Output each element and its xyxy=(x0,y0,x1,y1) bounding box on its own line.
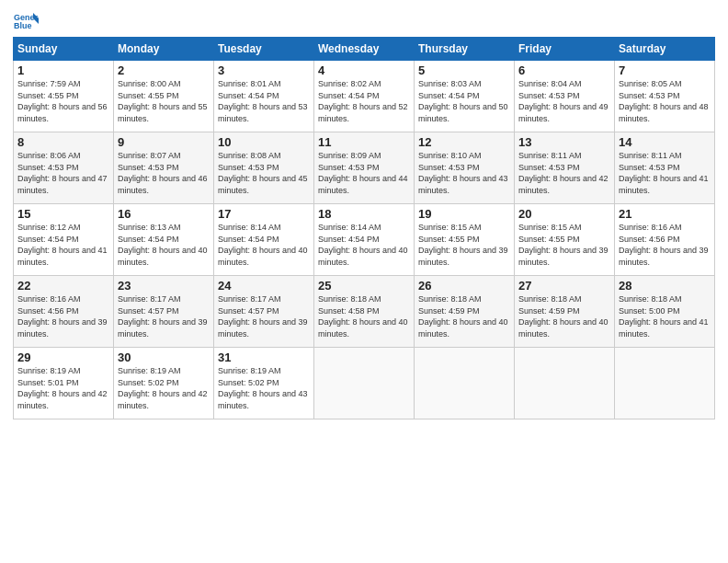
day-number: 14 xyxy=(619,135,711,149)
calendar-cell: 18Sunrise: 8:14 AMSunset: 4:54 PMDayligh… xyxy=(314,204,415,276)
calendar-week-1: 1Sunrise: 7:59 AMSunset: 4:55 PMDaylight… xyxy=(14,61,715,132)
day-number: 7 xyxy=(619,63,711,77)
day-info: Sunrise: 8:16 AMSunset: 4:56 PMDaylight:… xyxy=(17,293,109,339)
day-number: 21 xyxy=(619,207,711,221)
calendar-cell: 28Sunrise: 8:18 AMSunset: 5:00 PMDayligh… xyxy=(615,276,715,348)
calendar-cell: 24Sunrise: 8:17 AMSunset: 4:57 PMDayligh… xyxy=(214,276,314,348)
day-info: Sunrise: 8:18 AMSunset: 4:59 PMDaylight:… xyxy=(518,293,610,339)
day-number: 20 xyxy=(518,207,610,221)
calendar-cell: 17Sunrise: 8:14 AMSunset: 4:54 PMDayligh… xyxy=(214,204,314,276)
day-info: Sunrise: 8:17 AMSunset: 4:57 PMDaylight:… xyxy=(118,293,210,339)
calendar-cell: 23Sunrise: 8:17 AMSunset: 4:57 PMDayligh… xyxy=(114,276,214,348)
logo-icon: General Blue xyxy=(13,9,39,31)
calendar-cell xyxy=(415,348,515,419)
day-info: Sunrise: 8:10 AMSunset: 4:53 PMDaylight:… xyxy=(418,150,510,196)
calendar-cell: 15Sunrise: 8:12 AMSunset: 4:54 PMDayligh… xyxy=(14,204,114,276)
calendar-week-4: 22Sunrise: 8:16 AMSunset: 4:56 PMDayligh… xyxy=(14,276,715,348)
calendar-cell xyxy=(615,348,715,419)
day-info: Sunrise: 8:11 AMSunset: 4:53 PMDaylight:… xyxy=(518,150,610,196)
day-number: 11 xyxy=(318,135,410,149)
calendar-cell: 8Sunrise: 8:06 AMSunset: 4:53 PMDaylight… xyxy=(14,132,114,204)
calendar-cell: 1Sunrise: 7:59 AMSunset: 4:55 PMDaylight… xyxy=(14,61,114,132)
day-info: Sunrise: 8:19 AMSunset: 5:01 PMDaylight:… xyxy=(17,365,109,411)
day-info: Sunrise: 7:59 AMSunset: 4:55 PMDaylight:… xyxy=(17,78,109,124)
day-info: Sunrise: 8:18 AMSunset: 4:59 PMDaylight:… xyxy=(418,293,510,339)
day-number: 23 xyxy=(118,279,210,293)
day-number: 28 xyxy=(619,279,711,293)
day-number: 8 xyxy=(17,135,109,149)
col-header-tuesday: Tuesday xyxy=(214,38,314,61)
day-number: 4 xyxy=(318,63,410,77)
calendar-cell: 25Sunrise: 8:18 AMSunset: 4:58 PMDayligh… xyxy=(314,276,415,348)
day-info: Sunrise: 8:16 AMSunset: 4:56 PMDaylight:… xyxy=(619,222,711,268)
day-number: 12 xyxy=(418,135,510,149)
day-info: Sunrise: 8:09 AMSunset: 4:53 PMDaylight:… xyxy=(318,150,410,196)
calendar-cell xyxy=(314,348,415,419)
calendar-cell: 11Sunrise: 8:09 AMSunset: 4:53 PMDayligh… xyxy=(314,132,415,204)
col-header-monday: Monday xyxy=(114,38,214,61)
day-number: 10 xyxy=(218,135,310,149)
day-info: Sunrise: 8:17 AMSunset: 4:57 PMDaylight:… xyxy=(218,293,310,339)
calendar-header-row: SundayMondayTuesdayWednesdayThursdayFrid… xyxy=(14,38,715,61)
day-info: Sunrise: 8:19 AMSunset: 5:02 PMDaylight:… xyxy=(218,365,310,411)
day-info: Sunrise: 8:18 AMSunset: 4:58 PMDaylight:… xyxy=(318,293,410,339)
day-number: 29 xyxy=(17,350,109,364)
page-container: General Blue SundayMondayTuesdayWednesda… xyxy=(0,0,728,429)
day-info: Sunrise: 8:08 AMSunset: 4:53 PMDaylight:… xyxy=(218,150,310,196)
day-number: 19 xyxy=(418,207,510,221)
day-number: 31 xyxy=(218,350,310,364)
day-info: Sunrise: 8:15 AMSunset: 4:55 PMDaylight:… xyxy=(518,222,610,268)
day-number: 9 xyxy=(118,135,210,149)
day-info: Sunrise: 8:19 AMSunset: 5:02 PMDaylight:… xyxy=(118,365,210,411)
calendar-cell: 2Sunrise: 8:00 AMSunset: 4:55 PMDaylight… xyxy=(114,61,214,132)
calendar-cell: 3Sunrise: 8:01 AMSunset: 4:54 PMDaylight… xyxy=(214,61,314,132)
calendar-cell: 26Sunrise: 8:18 AMSunset: 4:59 PMDayligh… xyxy=(415,276,515,348)
calendar-cell: 7Sunrise: 8:05 AMSunset: 4:53 PMDaylight… xyxy=(615,61,715,132)
day-info: Sunrise: 8:14 AMSunset: 4:54 PMDaylight:… xyxy=(218,222,310,268)
day-info: Sunrise: 8:13 AMSunset: 4:54 PMDaylight:… xyxy=(118,222,210,268)
calendar-cell: 19Sunrise: 8:15 AMSunset: 4:55 PMDayligh… xyxy=(415,204,515,276)
day-info: Sunrise: 8:07 AMSunset: 4:53 PMDaylight:… xyxy=(118,150,210,196)
day-info: Sunrise: 8:14 AMSunset: 4:54 PMDaylight:… xyxy=(318,222,410,268)
day-number: 27 xyxy=(518,279,610,293)
col-header-sunday: Sunday xyxy=(14,38,114,61)
calendar-cell: 16Sunrise: 8:13 AMSunset: 4:54 PMDayligh… xyxy=(114,204,214,276)
day-number: 1 xyxy=(17,63,109,77)
calendar-cell: 9Sunrise: 8:07 AMSunset: 4:53 PMDaylight… xyxy=(114,132,214,204)
calendar-cell: 31Sunrise: 8:19 AMSunset: 5:02 PMDayligh… xyxy=(214,348,314,419)
calendar-week-5: 29Sunrise: 8:19 AMSunset: 5:01 PMDayligh… xyxy=(14,348,715,419)
calendar-cell: 30Sunrise: 8:19 AMSunset: 5:02 PMDayligh… xyxy=(114,348,214,419)
day-info: Sunrise: 8:00 AMSunset: 4:55 PMDaylight:… xyxy=(118,78,210,124)
day-info: Sunrise: 8:15 AMSunset: 4:55 PMDaylight:… xyxy=(418,222,510,268)
calendar-cell: 5Sunrise: 8:03 AMSunset: 4:54 PMDaylight… xyxy=(415,61,515,132)
calendar-cell: 29Sunrise: 8:19 AMSunset: 5:01 PMDayligh… xyxy=(14,348,114,419)
col-header-thursday: Thursday xyxy=(415,38,515,61)
day-number: 3 xyxy=(218,63,310,77)
calendar-cell: 6Sunrise: 8:04 AMSunset: 4:53 PMDaylight… xyxy=(515,61,615,132)
day-number: 24 xyxy=(218,279,310,293)
day-number: 15 xyxy=(17,207,109,221)
day-info: Sunrise: 8:01 AMSunset: 4:54 PMDaylight:… xyxy=(218,78,310,124)
col-header-wednesday: Wednesday xyxy=(314,38,415,61)
col-header-friday: Friday xyxy=(515,38,615,61)
day-info: Sunrise: 8:05 AMSunset: 4:53 PMDaylight:… xyxy=(619,78,711,124)
calendar-cell: 13Sunrise: 8:11 AMSunset: 4:53 PMDayligh… xyxy=(515,132,615,204)
calendar-table: SundayMondayTuesdayWednesdayThursdayFrid… xyxy=(13,37,715,419)
header: General Blue xyxy=(13,9,715,31)
calendar-cell: 14Sunrise: 8:11 AMSunset: 4:53 PMDayligh… xyxy=(615,132,715,204)
day-number: 17 xyxy=(218,207,310,221)
calendar-cell: 12Sunrise: 8:10 AMSunset: 4:53 PMDayligh… xyxy=(415,132,515,204)
calendar-week-3: 15Sunrise: 8:12 AMSunset: 4:54 PMDayligh… xyxy=(14,204,715,276)
day-number: 16 xyxy=(118,207,210,221)
day-info: Sunrise: 8:06 AMSunset: 4:53 PMDaylight:… xyxy=(17,150,109,196)
logo: General Blue xyxy=(13,9,42,31)
col-header-saturday: Saturday xyxy=(615,38,715,61)
day-info: Sunrise: 8:03 AMSunset: 4:54 PMDaylight:… xyxy=(418,78,510,124)
calendar-cell xyxy=(515,348,615,419)
day-info: Sunrise: 8:02 AMSunset: 4:54 PMDaylight:… xyxy=(318,78,410,124)
day-info: Sunrise: 8:12 AMSunset: 4:54 PMDaylight:… xyxy=(17,222,109,268)
day-number: 5 xyxy=(418,63,510,77)
calendar-week-2: 8Sunrise: 8:06 AMSunset: 4:53 PMDaylight… xyxy=(14,132,715,204)
day-number: 13 xyxy=(518,135,610,149)
day-number: 6 xyxy=(518,63,610,77)
